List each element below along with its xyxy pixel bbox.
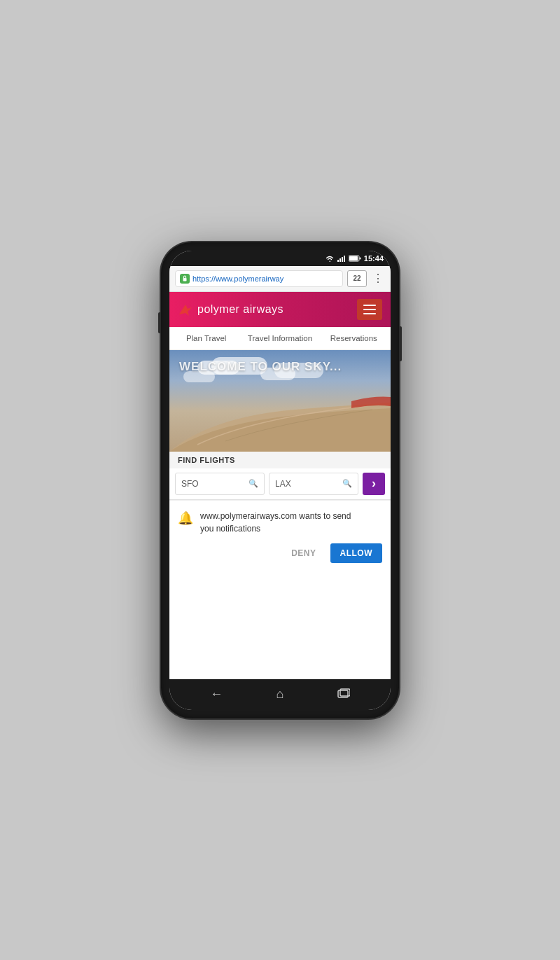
find-flights-section: FIND FLIGHTS SFO 🔍 LAX 🔍 › (169, 452, 391, 500)
url-text: https://www.polymerairway (192, 274, 284, 283)
hamburger-line-3 (363, 313, 376, 314)
svg-rect-7 (183, 278, 187, 281)
signal-icon (337, 255, 346, 262)
allow-button[interactable]: ALLOW (330, 543, 383, 563)
destination-search-icon: 🔍 (342, 479, 352, 488)
svg-rect-2 (342, 257, 343, 262)
lock-icon (180, 274, 190, 284)
search-row: SFO 🔍 LAX 🔍 › (169, 468, 391, 499)
notification-text-line1: www.polymerairways.com wants to send you… (200, 511, 351, 534)
nav-link-travel-information[interactable]: Travel Information (243, 327, 316, 349)
back-button[interactable]: ← (210, 687, 223, 702)
brand-logo-icon (178, 302, 193, 317)
battery-icon (349, 255, 361, 262)
notification-message: www.polymerairways.com wants to send you… (200, 509, 351, 536)
destination-input-wrap[interactable]: LAX 🔍 (269, 473, 358, 495)
wifi-icon (325, 255, 335, 262)
site-navbar: polymer airways (169, 292, 391, 327)
brand-area: polymer airways (178, 302, 284, 317)
brand-name: polymer airways (197, 303, 284, 316)
search-go-button[interactable]: › (363, 473, 385, 495)
svg-rect-1 (340, 258, 341, 262)
find-flights-label: FIND FLIGHTS (169, 452, 391, 468)
hamburger-line-2 (363, 309, 376, 310)
browser-menu-button[interactable]: ⋮ (371, 272, 385, 285)
hero-text: WELCOME TO OUR SKY... (179, 360, 342, 374)
destination-input-text: LAX (275, 479, 340, 489)
airplane-wing-illustration (169, 389, 391, 452)
phone-nav-bar: ← ⌂ (169, 679, 391, 710)
svg-rect-3 (344, 256, 345, 262)
url-bar[interactable]: https://www.polymerairway (175, 270, 343, 287)
origin-input-wrap[interactable]: SFO 🔍 (175, 473, 265, 495)
svg-marker-8 (179, 305, 192, 316)
site-nav-links: Plan Travel Travel Information Reservati… (169, 327, 391, 350)
home-button[interactable]: ⌂ (276, 687, 284, 702)
svg-rect-5 (349, 256, 358, 260)
svg-rect-0 (337, 260, 339, 262)
time-display: 15:44 (364, 254, 384, 263)
deny-button[interactable]: DENY (286, 544, 321, 562)
status-icons: 15:44 (325, 254, 384, 263)
notification-bar: 🔔 www.polymerairways.com wants to send y… (169, 500, 391, 679)
hamburger-button[interactable] (357, 299, 382, 320)
hamburger-line-1 (363, 305, 376, 306)
browser-chrome: https://www.polymerairway 22 ⋮ (169, 266, 391, 292)
notification-content: 🔔 www.polymerairways.com wants to send y… (178, 509, 382, 536)
nav-link-reservations[interactable]: Reservations (317, 327, 391, 349)
nav-link-plan-travel[interactable]: Plan Travel (169, 327, 243, 349)
website-content: polymer airways Plan Travel Travel Infor… (169, 292, 391, 679)
hero-section: WELCOME TO OUR SKY... (169, 350, 391, 452)
svg-rect-6 (359, 257, 360, 259)
phone-device: 15:44 https://www.polymerairway 22 ⋮ (161, 242, 399, 718)
origin-input-text: SFO (181, 479, 246, 489)
status-bar: 15:44 (169, 251, 391, 266)
recents-icon (337, 688, 350, 698)
origin-search-icon: 🔍 (248, 479, 258, 488)
notification-actions: DENY ALLOW (178, 543, 382, 563)
tab-count-button[interactable]: 22 (347, 270, 367, 287)
recents-button[interactable] (337, 687, 350, 702)
phone-screen: 15:44 https://www.polymerairway 22 ⋮ (169, 251, 391, 710)
bell-icon: 🔔 (178, 510, 193, 526)
search-go-icon: › (372, 476, 376, 491)
